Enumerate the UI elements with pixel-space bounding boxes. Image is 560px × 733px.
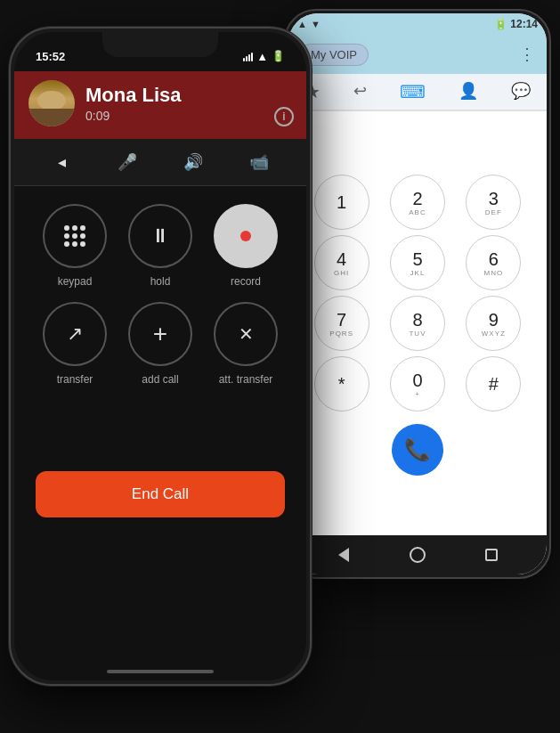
dial-key-number: 0	[412, 371, 422, 390]
record-action: record	[207, 204, 285, 288]
att-transfer-action: ✕ att. transfer	[207, 302, 285, 386]
android-contacts-tab[interactable]: 👤	[453, 79, 483, 104]
dial-key-1[interactable]: 1	[314, 175, 369, 230]
android-status-bar: ▲ ▼ 🔋 12:14	[288, 13, 547, 35]
dial-key-number: 1	[337, 192, 346, 212]
dial-key-number: 6	[489, 249, 499, 269]
keypad-label: keypad	[58, 275, 93, 288]
android-recent-tab[interactable]: ↩	[348, 79, 372, 104]
dial-key-number: *	[338, 374, 345, 394]
dial-key-6[interactable]: 6MNO	[466, 235, 521, 290]
dial-key-number: 7	[337, 310, 346, 330]
iphone-device: 15:52 ▲ 🔋 Mona Lisa 0:09	[9, 27, 312, 686]
dial-key-number: 8	[412, 310, 422, 330]
dialpad: 12ABC3DEF4GHI5JKL6MNO7PQRS8TUV9WXYZ*0+#	[288, 175, 547, 411]
dial-key-letters: TUV	[409, 330, 426, 338]
dial-key-2[interactable]: 2ABC	[390, 175, 445, 230]
wifi-icon: ▲	[256, 50, 268, 63]
add-call-button[interactable]: +	[128, 302, 192, 366]
dial-key-8[interactable]: 8TUV	[390, 296, 445, 351]
info-button[interactable]: i	[274, 107, 294, 126]
call-info: Mona Lisa 0:09	[85, 84, 292, 123]
android-status-left: ▲ ▼	[297, 19, 321, 29]
android-battery-icon: 🔋	[494, 18, 507, 30]
record-dot	[240, 231, 251, 241]
mic-button[interactable]: 🎤	[110, 146, 145, 178]
pause-icon: ⏸	[150, 224, 170, 248]
dial-key-0[interactable]: 0+	[390, 356, 445, 411]
android-status-right: 🔋 12:14	[494, 18, 538, 30]
dial-key-3[interactable]: 3DEF	[466, 175, 521, 230]
call-duration: 0:09	[85, 109, 292, 123]
record-label: record	[231, 275, 261, 288]
android-time: 12:14	[510, 18, 538, 30]
home-bar	[107, 670, 214, 673]
call-header: Mona Lisa 0:09 i	[14, 71, 306, 139]
android-home-button[interactable]	[405, 542, 430, 567]
android-chat-tab[interactable]: 💬	[506, 79, 536, 104]
record-button[interactable]	[214, 204, 278, 268]
transfer-action: ↗ transfer	[36, 302, 114, 386]
call-toolbar: ◂ 🎤 🔊 📹	[14, 139, 306, 186]
caller-avatar	[28, 80, 75, 126]
hold-label: hold	[150, 275, 171, 288]
android-device: ▲ ▼ 🔋 12:14 My VOIP ⋮ ★ ↩ ⌨ 👤 💬	[284, 9, 551, 579]
caller-name: Mona Lisa	[85, 84, 292, 107]
android-dial-area: 12ABC3DEF4GHI5JKL6MNO7PQRS8TUV9WXYZ*0+# …	[288, 115, 547, 535]
android-wifi-icon: ▼	[311, 19, 321, 29]
dial-key-letters: PQRS	[329, 330, 353, 338]
dial-key-5[interactable]: 5JKL	[390, 235, 445, 290]
iphone-notch	[102, 32, 218, 57]
dial-key-letters: ABC	[409, 208, 426, 216]
add-call-label: add call	[142, 373, 178, 386]
speaker-button[interactable]: 🔊	[175, 146, 211, 178]
add-call-action: + add call	[121, 302, 199, 386]
keypad-button[interactable]	[43, 204, 107, 268]
android-signal-icon: ▲	[297, 19, 307, 29]
home-circle-icon	[410, 547, 426, 563]
battery-icon: 🔋	[272, 50, 285, 62]
dial-key-letters: JKL	[410, 269, 426, 277]
android-nav-tabs: ★ ↩ ⌨ 👤 💬	[288, 74, 547, 110]
add-icon: +	[153, 320, 167, 348]
dial-key-9[interactable]: 9WXYZ	[466, 296, 521, 351]
att-transfer-label: att. transfer	[219, 373, 273, 386]
att-transfer-button[interactable]: ✕	[214, 302, 278, 366]
dial-key-*[interactable]: *	[314, 356, 369, 411]
android-call-row: 📞	[392, 411, 443, 485]
dial-key-7[interactable]: 7PQRS	[314, 296, 369, 351]
android-call-button[interactable]: 📞	[392, 424, 443, 476]
dial-key-#[interactable]: #	[466, 356, 521, 411]
dial-key-letters: GHI	[334, 269, 349, 277]
android-menu-button[interactable]: ⋮	[519, 45, 536, 64]
hold-button[interactable]: ⏸	[128, 204, 192, 268]
dial-key-4[interactable]: 4GHI	[314, 235, 369, 290]
recents-square-icon	[485, 549, 498, 561]
att-transfer-icon: ✕	[239, 323, 254, 345]
dial-key-number: 5	[412, 249, 422, 269]
iphone-time: 15:52	[36, 50, 65, 63]
end-call-button[interactable]: End Call	[36, 471, 285, 517]
dial-key-number: 9	[489, 310, 499, 330]
back-triangle-icon	[338, 548, 349, 562]
transfer-button[interactable]: ↗	[43, 302, 107, 366]
dial-key-letters: DEF	[485, 208, 502, 216]
keypad-action: keypad	[36, 204, 114, 288]
dial-key-number: 3	[489, 189, 499, 208]
android-keypad-tab[interactable]: ⌨	[394, 79, 431, 104]
dial-key-number: 4	[337, 249, 346, 269]
video-button[interactable]: 📹	[241, 146, 277, 178]
dial-key-number: 2	[412, 189, 422, 208]
phone-icon: 📞	[404, 437, 431, 462]
dial-key-letters: WXYZ	[482, 330, 506, 338]
transfer-icon: ↗	[67, 322, 83, 346]
dial-key-letters: MNO	[483, 269, 503, 277]
dial-key-number: #	[489, 374, 499, 394]
android-back-button[interactable]	[331, 542, 356, 567]
android-bottom-bar	[288, 535, 547, 574]
android-recents-button[interactable]	[479, 542, 504, 567]
back-button[interactable]: ◂	[44, 146, 79, 178]
transfer-label: transfer	[57, 373, 93, 386]
hold-action: ⏸ hold	[121, 204, 199, 288]
dial-key-letters: +	[415, 390, 420, 398]
